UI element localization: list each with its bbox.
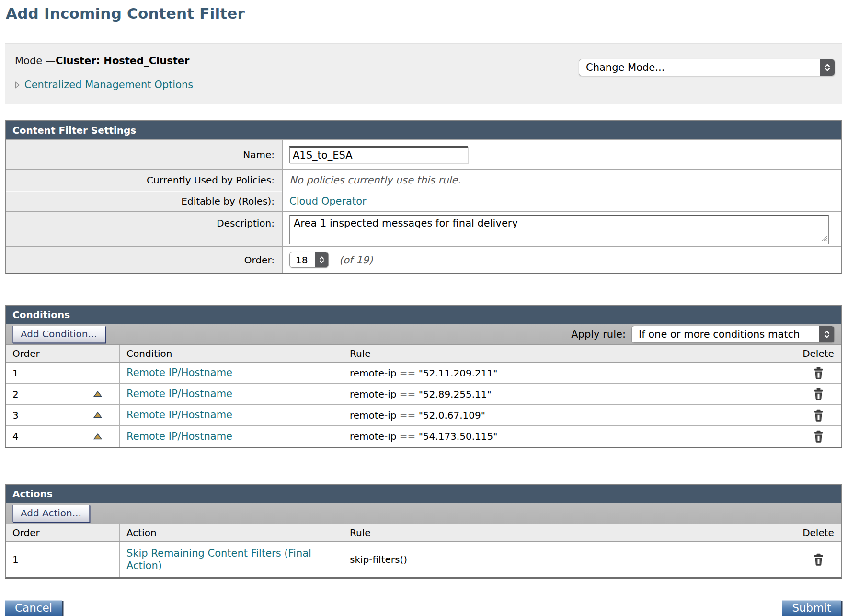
action-link[interactable]: Skip Remaining Content Filters (Final Ac… <box>126 547 338 572</box>
mode-label: Mode — <box>15 55 56 67</box>
disclosure-triangle-icon <box>15 81 20 89</box>
policies-row: Currently Used by Policies: No policies … <box>6 169 841 191</box>
policies-value: No policies currently use this rule. <box>289 174 461 186</box>
change-mode-select-value: Change Mode... <box>579 59 820 76</box>
apply-rule-select[interactable]: If one or more conditions match <box>631 326 835 343</box>
delete-button[interactable] <box>812 387 825 401</box>
conditions-table-body: 1 Remote IP/Hostname remote-ip == "52.11… <box>6 363 841 447</box>
centralized-management-link[interactable]: Centralized Management Options <box>24 79 193 91</box>
column-header-action: Action <box>120 524 343 541</box>
order-total: (of 19) <box>339 254 373 266</box>
column-header-rule: Rule <box>343 345 795 362</box>
name-row: Name: <box>6 139 841 169</box>
order-label: Order: <box>6 247 283 273</box>
actions-header: Actions <box>6 485 841 503</box>
action-order: 1 <box>12 554 19 565</box>
mode-value: Cluster: Hosted_Cluster <box>56 55 189 67</box>
actions-table-body: 1 Skip Remaining Content Filters (Final … <box>6 542 841 577</box>
condition-rule: remote-ip == "54.173.50.115" <box>350 431 497 442</box>
move-up-icon[interactable] <box>93 391 102 397</box>
column-header-condition: Condition <box>120 345 343 362</box>
editable-label: Editable by (Roles): <box>6 191 283 211</box>
content-filter-settings-panel: Content Filter Settings Name: Currently … <box>5 120 842 274</box>
condition-row: 1 Remote IP/Hostname remote-ip == "52.11… <box>6 363 841 384</box>
delete-button[interactable] <box>812 366 825 380</box>
conditions-panel: Conditions Add Condition... Apply rule: … <box>5 305 842 448</box>
footer: Cancel Submit <box>5 600 842 616</box>
condition-rule: remote-ip == "52.0.67.109" <box>350 410 485 421</box>
description-textarea[interactable]: Area 1 inspected messages for final deli… <box>289 215 829 244</box>
name-label: Name: <box>6 140 283 169</box>
condition-order: 4 <box>12 431 19 442</box>
order-select[interactable]: 18 <box>289 252 329 268</box>
settings-header: Content Filter Settings <box>6 121 841 139</box>
add-condition-button[interactable]: Add Condition... <box>12 326 105 343</box>
condition-order: 2 <box>12 388 19 400</box>
up-down-chevrons-icon <box>820 59 835 76</box>
description-label: Description: <box>6 212 283 246</box>
up-down-chevrons-icon <box>315 252 328 267</box>
page: Add Incoming Content Filter Mode —Cluste… <box>0 0 848 616</box>
actions-panel: Actions Add Action... Order Action Rule … <box>5 484 842 579</box>
delete-button[interactable] <box>812 552 825 567</box>
column-header-delete: Delete <box>795 524 841 541</box>
description-row: Description: Area 1 inspected messages f… <box>6 211 841 246</box>
condition-rule: remote-ip == "52.11.209.211" <box>350 367 497 379</box>
actions-column-headers: Order Action Rule Delete <box>6 524 841 542</box>
condition-link[interactable]: Remote IP/Hostname <box>126 409 232 421</box>
action-row: 1 Skip Remaining Content Filters (Final … <box>6 542 841 577</box>
mode-panel: Mode —Cluster: Hosted_Cluster Change Mod… <box>5 43 842 104</box>
column-header-rule: Rule <box>343 524 795 541</box>
condition-link[interactable]: Remote IP/Hostname <box>126 388 232 400</box>
submit-button[interactable]: Submit <box>782 600 841 616</box>
page-title: Add Incoming Content Filter <box>5 5 842 22</box>
order-select-value: 18 <box>290 252 315 267</box>
condition-link[interactable]: Remote IP/Hostname <box>126 366 232 379</box>
move-up-icon[interactable] <box>93 412 102 418</box>
condition-rule: remote-ip == "52.89.255.11" <box>350 388 492 400</box>
apply-rule-select-value: If one or more conditions match <box>632 326 819 342</box>
conditions-header: Conditions <box>6 306 841 324</box>
policies-label: Currently Used by Policies: <box>6 170 283 191</box>
column-header-delete: Delete <box>795 345 841 362</box>
condition-link[interactable]: Remote IP/Hostname <box>126 430 232 443</box>
up-down-chevrons-icon <box>819 326 834 342</box>
condition-row: 3 Remote IP/Hostname remote-ip == "52.0.… <box>6 405 841 426</box>
delete-button[interactable] <box>812 408 825 422</box>
cloud-operator-link[interactable]: Cloud Operator <box>289 195 367 207</box>
action-rule: skip-filters() <box>350 554 407 565</box>
name-input[interactable] <box>289 146 468 163</box>
conditions-column-headers: Order Condition Rule Delete <box>6 345 841 363</box>
change-mode-select[interactable]: Change Mode... <box>579 59 835 76</box>
column-header-order: Order <box>6 524 120 541</box>
editable-row: Editable by (Roles): Cloud Operator <box>6 191 841 211</box>
delete-button[interactable] <box>812 429 825 444</box>
conditions-toolbar: Add Condition... Apply rule: If one or m… <box>6 324 841 345</box>
apply-rule-label: Apply rule: <box>571 329 626 340</box>
actions-toolbar: Add Action... <box>6 503 841 524</box>
move-up-icon[interactable] <box>93 433 102 440</box>
condition-order: 1 <box>12 367 19 379</box>
condition-row: 2 Remote IP/Hostname remote-ip == "52.89… <box>6 384 841 405</box>
condition-order: 3 <box>12 410 19 421</box>
order-row: Order: 18 (of 19) <box>6 246 841 273</box>
column-header-order: Order <box>6 345 120 362</box>
condition-row: 4 Remote IP/Hostname remote-ip == "54.17… <box>6 426 841 447</box>
add-action-button[interactable]: Add Action... <box>12 505 90 522</box>
cancel-button[interactable]: Cancel <box>5 600 62 616</box>
